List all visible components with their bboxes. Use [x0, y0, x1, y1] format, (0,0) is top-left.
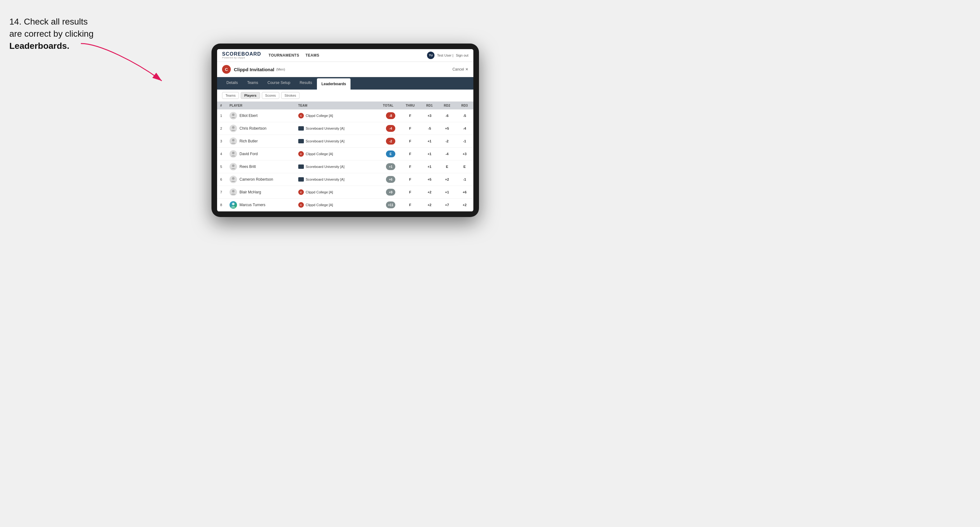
player-cell: David Ford	[226, 148, 295, 160]
total-cell: +11	[372, 199, 400, 211]
total-cell: -2	[372, 135, 400, 148]
rd2-cell: +5	[438, 122, 456, 135]
rd3-cell: -5	[456, 110, 473, 122]
player-avatar	[229, 201, 237, 209]
tab-details[interactable]: Details	[222, 77, 242, 89]
player-name: Blair McHarg	[239, 190, 261, 194]
table-row: 6 Cameron RobertsonScoreboard University…	[217, 173, 473, 186]
total-cell: -4	[372, 122, 400, 135]
filter-scores-button[interactable]: Scores	[262, 92, 279, 99]
tab-teams[interactable]: Teams	[243, 77, 262, 89]
player-name: Elliot Ebert	[239, 113, 258, 118]
rd3-cell: -4	[456, 122, 473, 135]
player-name: Rees Britt	[239, 165, 256, 169]
player-avatar	[229, 125, 237, 132]
thru-cell: F	[400, 148, 421, 160]
total-badge: +9	[386, 189, 395, 195]
rd1-cell: +2	[421, 199, 438, 211]
leaderboard-table: # PLAYER TEAM TOTAL THRU RD1 RD2 RD3 1	[217, 102, 473, 211]
col-total: TOTAL	[372, 102, 400, 110]
rd1-cell: +2	[421, 186, 438, 199]
total-cell: -8	[372, 110, 400, 122]
rd2-cell: +7	[438, 199, 456, 211]
player-avatar	[229, 137, 237, 145]
total-badge: +11	[386, 202, 395, 208]
svg-point-5	[232, 165, 234, 167]
app-header: SCOREBOARD Powered by clippd TOURNAMENTS…	[217, 49, 473, 62]
thru-cell: F	[400, 186, 421, 199]
team-logo	[298, 139, 304, 143]
team-logo: C	[298, 151, 304, 157]
player-cell: Marcus Turners	[226, 199, 295, 211]
col-player: PLAYER	[226, 102, 295, 110]
total-badge: +1	[386, 163, 395, 170]
sign-out-link[interactable]: Sign out	[456, 54, 468, 57]
logo: SCOREBOARD Powered by clippd	[222, 52, 261, 59]
rd3-cell: +3	[456, 148, 473, 160]
table-row: 2 Chris RobertsonScoreboard University […	[217, 122, 473, 135]
team-name: Clippd College [A]	[306, 190, 333, 194]
thru-cell: F	[400, 122, 421, 135]
player-cell: Rich Butler	[226, 135, 295, 148]
svg-point-7	[232, 190, 234, 192]
filter-strokes-button[interactable]: Strokes	[281, 92, 299, 99]
rd3-cell: +6	[456, 186, 473, 199]
rd1-cell: +1	[421, 148, 438, 160]
team-name: Clippd College [A]	[306, 114, 333, 117]
tab-course-setup[interactable]: Course Setup	[263, 77, 294, 89]
player-avatar	[229, 163, 237, 170]
thru-cell: F	[400, 135, 421, 148]
player-cell: Elliot Ebert	[226, 110, 295, 122]
team-name: Scoreboard University [A]	[306, 139, 345, 143]
rank-cell: 2	[217, 122, 226, 135]
col-rd3: RD3	[456, 102, 473, 110]
table-row: 3 Rich ButlerScoreboard University [A]-2…	[217, 135, 473, 148]
col-rank: #	[217, 102, 226, 110]
thru-cell: F	[400, 110, 421, 122]
table-row: 4 David FordCClippd College [A]EF+1-4+3	[217, 148, 473, 160]
tab-results[interactable]: Results	[295, 77, 316, 89]
team-cell: Scoreboard University [A]	[295, 173, 372, 186]
tab-leaderboards[interactable]: Leaderboards	[317, 78, 350, 89]
total-cell: E	[372, 148, 400, 160]
rd1-cell: +1	[421, 160, 438, 173]
total-badge: +6	[386, 176, 395, 183]
filter-teams-button[interactable]: Teams	[222, 92, 239, 99]
tournament-gender: (Men)	[276, 67, 285, 71]
nav-teams[interactable]: TEAMS	[305, 52, 320, 59]
svg-point-1	[232, 113, 234, 116]
total-badge: -4	[386, 125, 395, 132]
team-logo: C	[298, 189, 304, 195]
rd2-cell: -6	[438, 110, 456, 122]
thru-cell: F	[400, 173, 421, 186]
tablet-device: SCOREBOARD Powered by clippd TOURNAMENTS…	[212, 43, 479, 217]
rank-cell: 1	[217, 110, 226, 122]
team-name: Scoreboard University [A]	[306, 178, 345, 181]
team-cell: CClippd College [A]	[295, 148, 372, 160]
col-thru: THRU	[400, 102, 421, 110]
player-name: Cameron Robertson	[239, 177, 273, 182]
team-cell: CClippd College [A]	[295, 199, 372, 211]
nav-tournaments[interactable]: TOURNAMENTS	[269, 52, 299, 59]
total-cell: +1	[372, 160, 400, 173]
svg-point-4	[232, 152, 234, 154]
svg-point-8	[232, 203, 234, 205]
cancel-button[interactable]: Cancel ✕	[452, 67, 468, 71]
thru-cell: F	[400, 160, 421, 173]
filter-players-button[interactable]: Players	[241, 92, 260, 99]
team-name: Scoreboard University [A]	[306, 165, 345, 168]
team-cell: CClippd College [A]	[295, 110, 372, 122]
rd2-cell: E	[438, 160, 456, 173]
team-cell: Scoreboard University [A]	[295, 122, 372, 135]
player-cell: Blair McHarg	[226, 186, 295, 199]
rd1-cell: +5	[421, 173, 438, 186]
tab-navigation: Details Teams Course Setup Results Leade…	[217, 77, 473, 89]
svg-point-6	[232, 177, 234, 180]
table-row: 1 Elliot EbertCClippd College [A]-8F+3-6…	[217, 110, 473, 122]
filter-row: Teams Players Scores Strokes	[217, 89, 473, 102]
team-cell: Scoreboard University [A]	[295, 160, 372, 173]
total-cell: +9	[372, 186, 400, 199]
total-badge: -2	[386, 138, 395, 144]
rd1-cell: -5	[421, 122, 438, 135]
team-name: Clippd College [A]	[306, 152, 333, 156]
